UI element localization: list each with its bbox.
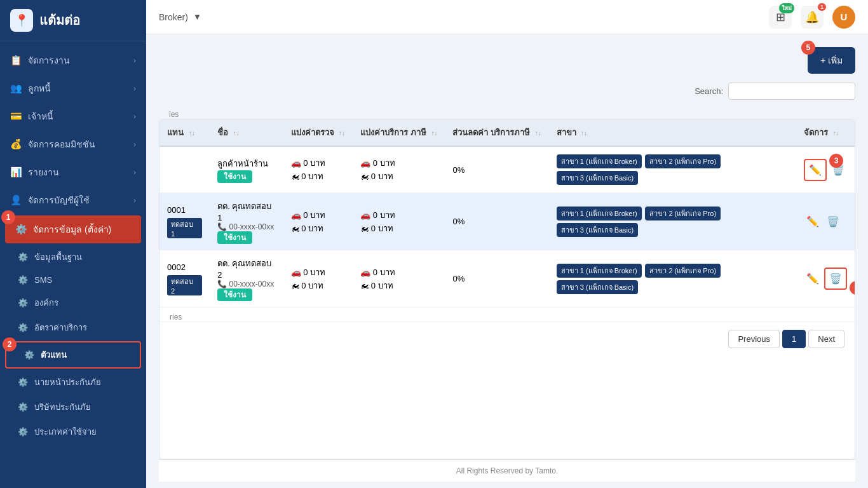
cell-name-2: ตต. คุณทดสอบ 1 📞 00-xxxx-00xx ใช้งาน — [210, 193, 283, 250]
sub-item-service-rate[interactable]: ⚙️ อัตราค่าบริการ — [0, 315, 146, 340]
sidebar-item-commission-label: จัดการคอมมิชชัน — [28, 137, 95, 151]
cell-service-2: 🚗 0 บาท 🏍 0 บาท — [283, 193, 353, 250]
sub-item-insurance-head-label: นายหน้าประกันภัย — [34, 376, 101, 389]
chevron-icon: › — [133, 196, 136, 204]
sub-item-insurance-company[interactable]: ⚙️ บริษัทประกันภัย — [0, 395, 146, 419]
next-button[interactable]: Next — [808, 330, 844, 348]
annotation-1: 1 — [1, 210, 15, 224]
grid-button[interactable]: ⊞ ใหม่ — [769, 6, 792, 29]
commission-icon: 💰 — [10, 139, 22, 150]
table-row: 0001 ทดสอบ 1 ตต. คุณทดสอบ 1 📞 00-xxxx-00… — [159, 193, 855, 250]
dropdown-label: Broker) — [159, 12, 188, 22]
creditors-icon: 💳 — [10, 111, 22, 122]
sub-item-service-rate-label: อัตราค่าบริการ — [34, 321, 87, 334]
edit-button-2[interactable]: ✏️ — [804, 213, 822, 230]
new-badge: ใหม่ — [779, 3, 794, 13]
logo-text: แต้มต่อ — [39, 10, 80, 30]
col-tax-discount: ส่วนลดค่า บริการภาษี ↑↓ — [445, 119, 548, 146]
sidebar-item-creditors[interactable]: 💳 เจ้าหนี้ › — [0, 102, 146, 130]
search-input[interactable] — [728, 83, 855, 100]
annotation-5: 5 — [801, 41, 815, 55]
col-code: แทน ↑↓ — [159, 119, 210, 146]
sidebar-item-jobs[interactable]: 📋 จัดการงาน › — [0, 46, 146, 74]
cell-code-2: 0001 ทดสอบ 1 — [159, 193, 210, 250]
table-row: 0002 ทดสอบ 2 ตต. คุณทดสอบ 2 📞 00-xxxx-00… — [159, 250, 855, 308]
basic-data-icon: ⚙️ — [18, 252, 28, 262]
table-header-row: แทน ↑↓ ชื่อ ↑↓ แบ่งค่าตรวจ ↑↓ แบ่งค่าบ — [159, 119, 855, 146]
branch-tag: สาขา 2 (แพ็กเกจ Pro) — [645, 154, 721, 168]
sidebar-item-customers[interactable]: 👥 ลูกหนี้ › — [0, 74, 146, 102]
cell-action-2: ✏️ 🗑️ — [796, 193, 855, 250]
chevron-icon: › — [133, 85, 136, 92]
annotation-4: 4 — [850, 281, 855, 295]
sort-icon-branch: ↑↓ — [581, 130, 587, 137]
content-area: 5 + เพิ่ม Search: ies แทน ↑↓ — [146, 34, 868, 488]
branch-tag: สาขา 3 (แพ็กเกจ Basic) — [557, 223, 639, 237]
previous-button[interactable]: Previous — [728, 330, 780, 348]
cell-branch-2: สาขา 1 (แพ็กเกจ Broker) สาขา 2 (แพ็กเกจ … — [549, 193, 796, 250]
avatar[interactable]: U — [832, 6, 855, 29]
sidebar-item-reports[interactable]: 📊 รายงาน › — [0, 158, 146, 186]
cell-code-1 — [159, 146, 210, 193]
sub-item-sms-label: SMS — [34, 275, 52, 285]
sidebar-item-settings-label: จัดการข้อมูล (ตั้งค่า) — [33, 222, 111, 236]
delete-button-3[interactable]: 🗑️ — [827, 270, 844, 287]
page-1-button[interactable]: 1 — [782, 330, 806, 348]
chevron-icon: › — [133, 112, 136, 120]
sub-item-sms[interactable]: ⚙️ SMS — [0, 269, 146, 290]
edit-button-3[interactable]: ✏️ — [804, 270, 822, 287]
sub-item-basic-data[interactable]: ⚙️ ข้อมูลพื้นฐาน — [0, 245, 146, 269]
sidebar-item-settings[interactable]: ⚙️ จัดการข้อมูล (ตั้งค่า) 1 — [5, 215, 141, 243]
col-tax-service: แบ่งค่าบริการ ภาษี ↑↓ — [353, 119, 445, 146]
content-header: 5 + เพิ่ม — [159, 47, 855, 74]
status-badge-1: ใช้งาน — [217, 170, 252, 183]
cell-action-3: ✏️ 🗑️ 4 — [796, 250, 855, 308]
sidebar-item-users[interactable]: 👤 จัดการบัญชีผู้ใช้ › — [0, 186, 146, 214]
sub-item-agent[interactable]: ⚙️ ตัวแทน 2 — [5, 341, 141, 369]
branch-tag: สาขา 2 (แพ็กเกจ Pro) — [645, 264, 721, 278]
sidebar-item-commission[interactable]: 💰 จัดการคอมมิชชัน › — [0, 130, 146, 158]
dropdown-button[interactable]: ▼ — [193, 12, 201, 22]
bell-button[interactable]: 🔔 1 — [801, 6, 824, 29]
sidebar-nav: 📋 จัดการงาน › 👥 ลูกหนี้ › 💳 เจ้าหนี้ › 💰… — [0, 41, 146, 488]
sms-icon: ⚙️ — [18, 275, 28, 285]
sort-icon-service: ↑↓ — [339, 130, 345, 137]
insurance-company-icon: ⚙️ — [18, 402, 28, 412]
cell-discount-2: 0% — [445, 193, 548, 250]
branch-tag: สาขา 2 (แพ็กเกจ Pro) — [645, 207, 721, 220]
sidebar-item-users-label: จัดการบัญชีผู้ใช้ — [28, 193, 90, 207]
data-table: แทน ↑↓ ชื่อ ↑↓ แบ่งค่าตรวจ ↑↓ แบ่งค่าบ — [159, 119, 855, 459]
sidebar-logo: 📍 แต้มต่อ — [0, 0, 146, 41]
sidebar-item-jobs-label: จัดการงาน — [28, 53, 70, 67]
cell-code-3: 0002 ทดสอบ 2 — [159, 250, 210, 308]
col-name: ชื่อ ↑↓ — [210, 119, 283, 146]
agent-tag-2: ทดสอบ 1 — [167, 218, 202, 238]
sub-item-org-label: องค์กร — [34, 296, 58, 309]
chevron-icon: › — [133, 168, 136, 176]
delete-button-2[interactable]: 🗑️ — [824, 213, 842, 230]
pagination: Previous 1 Next — [159, 322, 855, 356]
topbar-right: ⊞ ใหม่ 🔔 1 U — [769, 6, 855, 29]
footer: All Rights Reserved by Tamto. — [159, 459, 855, 482]
status-badge-2: ใช้งาน — [217, 231, 252, 244]
settings-icon: ⚙️ — [15, 224, 27, 235]
sub-item-price-type[interactable]: ⚙️ ประเภทค่าใช้จ่าย — [0, 419, 146, 444]
branch-tag: สาขา 3 (แพ็กเกจ Basic) — [557, 171, 639, 185]
col-action: จัดการ ↑↓ — [796, 119, 855, 146]
add-button[interactable]: 5 + เพิ่ม — [808, 47, 855, 74]
search-label: Search: — [695, 86, 723, 96]
annotation-3: 3 — [829, 154, 843, 168]
entries-text-top: ies — [159, 105, 855, 119]
cell-branch-3: สาขา 1 (แพ็กเกจ Broker) สาขา 2 (แพ็กเกจ … — [549, 250, 796, 308]
sub-item-org[interactable]: ⚙️ องค์กร — [0, 290, 146, 315]
add-button-label: + เพิ่ม — [820, 53, 843, 67]
cell-tax-1: 🚗 0 บาท 🏍 0 บาท — [353, 146, 445, 193]
edit-button-1[interactable]: ✏️ — [806, 161, 824, 179]
logo-icon: 📍 — [10, 9, 33, 32]
sidebar-item-customers-label: ลูกหนี้ — [28, 81, 51, 95]
branch-tag: สาขา 1 (แพ็กเกจ Broker) — [557, 154, 642, 168]
sub-item-insurance-head[interactable]: ⚙️ นายหน้าประกันภัย — [0, 370, 146, 395]
cell-service-1: 🚗 0 บาท 🏍 0 บาท — [283, 146, 353, 193]
sub-item-basic-data-label: ข้อมูลพื้นฐาน — [34, 250, 82, 264]
status-badge-3: ใช้งาน — [217, 288, 252, 301]
